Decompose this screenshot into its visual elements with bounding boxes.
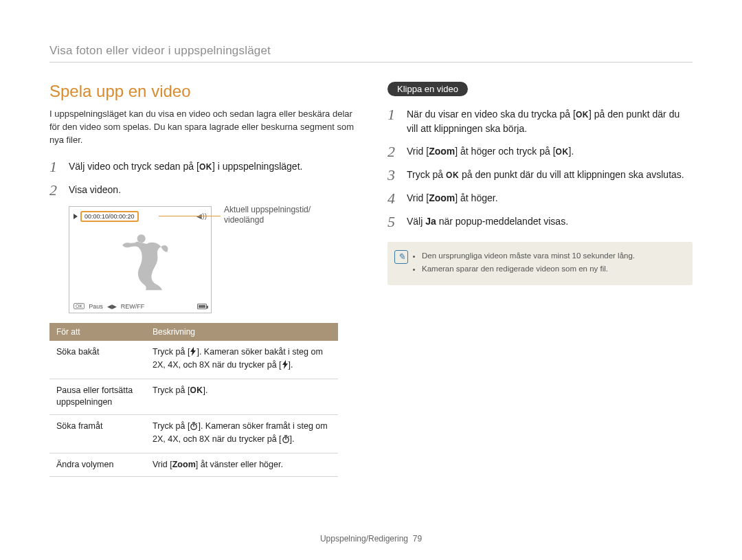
right-step-2: 2 Vrid [Zoom] åt höger och tryck på [OK]… bbox=[387, 144, 693, 159]
step1-text-a: Välj video och tryck sedan på [ bbox=[69, 161, 199, 172]
step-number: 4 bbox=[387, 191, 400, 206]
svg-line-7 bbox=[288, 436, 289, 437]
step-number: 5 bbox=[387, 214, 400, 229]
right-step-5: 5 Välj Ja när popup-meddelandet visas. bbox=[387, 214, 693, 229]
left-column: Spela upp en video I uppspelningsläget k… bbox=[49, 82, 355, 477]
right-step-4: 4 Vrid [Zoom] åt höger. bbox=[387, 191, 693, 206]
volume-icon: ◀)) bbox=[196, 212, 207, 220]
table-row: Ändra volymen Vrid [Zoom] åt vänster ell… bbox=[49, 453, 338, 477]
row-label: Pausa eller fortsätta uppspelningen bbox=[49, 379, 146, 414]
subsection-pill: Klippa en video bbox=[387, 82, 468, 96]
ok-icon: OK bbox=[199, 162, 212, 172]
ok-icon: OK bbox=[556, 147, 569, 157]
arrows-icon: ◀▶ bbox=[107, 303, 117, 310]
step3-text-a: Tryck på bbox=[407, 169, 446, 180]
controls-table: För att Beskrivning Söka bakåt Tryck på … bbox=[49, 323, 338, 478]
cell-text: ]. bbox=[289, 360, 293, 370]
cell-text: Vrid [ bbox=[153, 460, 172, 469]
intro-text: I uppspelningsläget kan du visa en video… bbox=[49, 108, 355, 147]
step3-text-b: på den punkt där du vill att klippningen… bbox=[459, 169, 684, 180]
battery-icon bbox=[197, 304, 207, 309]
row-label: Söka framåt bbox=[49, 414, 146, 453]
ok-icon: OK bbox=[190, 385, 203, 395]
right-step-3: 3 Tryck på OK på den punkt där du vill a… bbox=[387, 168, 693, 183]
rewff-label: REW/FF bbox=[121, 303, 145, 310]
step-number: 2 bbox=[387, 144, 400, 159]
right-step-1: 1 När du visar en video ska du trycka på… bbox=[387, 107, 693, 136]
table-row: Söka bakåt Tryck på []. Kameran söker ba… bbox=[49, 341, 338, 379]
table-row: Pausa eller fortsätta uppspelningen Tryc… bbox=[49, 379, 338, 414]
cell-text: Tryck på [ bbox=[153, 421, 190, 431]
step-number: 3 bbox=[387, 168, 400, 183]
footer-section: Uppspelning/Redigering bbox=[320, 534, 408, 544]
playback-time: 00:00:10/00:00:20 bbox=[80, 211, 139, 222]
cell-text: ]. bbox=[290, 434, 295, 444]
note-box: ✎ Den ursprungliga videon måste vara min… bbox=[387, 242, 693, 285]
timer-icon bbox=[282, 434, 290, 447]
step-number: 1 bbox=[49, 159, 62, 175]
zoom-label: Zoom bbox=[172, 460, 196, 469]
step1-text-b: ] i uppspelningsläget. bbox=[212, 161, 303, 172]
step-number: 1 bbox=[387, 107, 400, 122]
note-item: Kameran sparar den redigerade videon som… bbox=[422, 263, 683, 275]
section-heading: Spela upp en video bbox=[49, 82, 355, 101]
step2-text-c: ]. bbox=[569, 146, 574, 157]
cell-text: ] åt vänster eller höger. bbox=[196, 460, 283, 469]
flash-icon bbox=[190, 347, 196, 360]
note-item: Den ursprungliga videon måste vara minst… bbox=[422, 250, 683, 262]
step5-text-a: Välj bbox=[407, 216, 425, 227]
ok-badge: OK bbox=[74, 303, 85, 309]
screen-illustration-wrap: 00:00:10/00:00:20 ◀)) OK Paus ◀▶ REW/FF bbox=[69, 206, 355, 313]
cell-text: Tryck på [ bbox=[153, 347, 190, 357]
zoom-label: Zoom bbox=[429, 192, 455, 203]
left-step-1: 1 Välj video och tryck sedan på [OK] i u… bbox=[49, 159, 355, 175]
step2-text: Visa videon. bbox=[69, 183, 355, 197]
ok-icon: OK bbox=[576, 110, 589, 120]
step1-text-a: När du visar en video ska du trycka på [ bbox=[407, 109, 576, 120]
row-label: Ändra volymen bbox=[49, 453, 146, 477]
cell-text: ]. bbox=[203, 385, 207, 395]
step2-text-b: ] åt höger och tryck på [ bbox=[455, 146, 555, 157]
screen-annotation: Aktuell uppspelningstid/ videolängd bbox=[224, 205, 311, 226]
flash-icon bbox=[282, 360, 289, 373]
camera-screen: 00:00:10/00:00:20 ◀)) OK Paus ◀▶ REW/FF bbox=[69, 206, 212, 313]
table-head-a: För att bbox=[49, 323, 146, 341]
step2-text-a: Vrid [ bbox=[407, 146, 429, 157]
ok-icon: OK bbox=[446, 170, 459, 180]
pause-label: Paus bbox=[89, 303, 103, 310]
breadcrumb: Visa foton eller videor i uppspelningslä… bbox=[49, 44, 693, 63]
left-step-2: 2 Visa videon. bbox=[49, 183, 355, 198]
zoom-label: Zoom bbox=[429, 146, 455, 157]
step-number: 2 bbox=[49, 183, 62, 198]
row-label: Söka bakåt bbox=[49, 341, 146, 379]
note-icon: ✎ bbox=[394, 250, 408, 264]
ja-label: Ja bbox=[425, 216, 436, 227]
step4-text-a: Vrid [ bbox=[407, 192, 429, 203]
right-column: Klippa en video 1 När du visar en video … bbox=[387, 82, 693, 477]
cell-text: Tryck på [ bbox=[153, 385, 190, 395]
step4-text-b: ] åt höger. bbox=[455, 192, 497, 203]
svg-line-3 bbox=[196, 423, 197, 424]
footer-page: 79 bbox=[413, 534, 422, 544]
step5-text-b: när popup-meddelandet visas. bbox=[436, 216, 568, 227]
play-icon bbox=[74, 214, 78, 219]
timer-icon bbox=[190, 421, 198, 434]
table-head-b: Beskrivning bbox=[146, 323, 338, 341]
table-row: Söka framåt Tryck på []. Kameran söker f… bbox=[49, 414, 338, 453]
page-footer: Uppspelning/Redigering 79 bbox=[0, 534, 742, 544]
dancer-silhouette bbox=[69, 230, 211, 298]
